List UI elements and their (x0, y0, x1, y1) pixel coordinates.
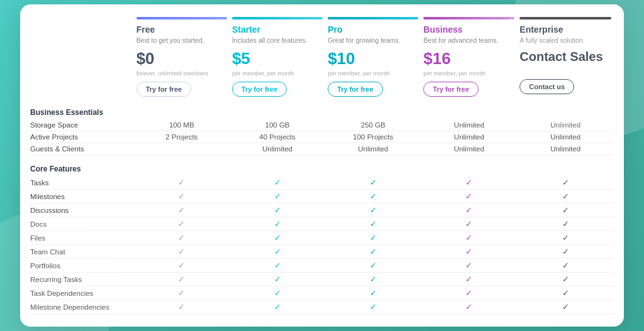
plan-header-pro: Pro Great for growing teams. $10 per mem… (325, 17, 421, 102)
check-icon: ✓ (178, 247, 185, 256)
cell-business: Unlimited (421, 143, 517, 155)
check-icon: ✓ (465, 247, 472, 256)
check-icon: ✓ (178, 192, 185, 201)
pro-price-sub: per member, per month (328, 70, 418, 77)
feature-label: Milestone Dependencies (30, 300, 134, 314)
cell-enterprise: Unlimited (517, 131, 614, 143)
check-icon: ✓ (370, 288, 377, 298)
cell-enterprise: ✓ (517, 203, 614, 217)
check-icon: ✓ (370, 233, 377, 242)
cell-free: 100 MB (134, 119, 230, 131)
cell-enterprise: ✓ (517, 231, 614, 245)
cell-pro: ✓ (325, 217, 421, 231)
enterprise-plan-desc: A fully scaled solution. (519, 36, 611, 44)
table-row: Task Dependencies✓✓✓✓✓ (30, 286, 614, 300)
check-icon: ✓ (370, 205, 377, 215)
cell-business: ✓ (421, 203, 517, 217)
table-row: Storage Space100 MB100 GB250 GBUnlimited… (30, 119, 614, 131)
free-try-button[interactable]: Try for free (136, 82, 191, 97)
check-icon: ✓ (465, 219, 472, 229)
check-icon: ✓ (465, 233, 472, 242)
cell-enterprise: ✓ (517, 217, 614, 231)
check-icon: ✓ (562, 192, 569, 201)
feature-label: Files (30, 231, 134, 245)
feature-label: Storage Space (30, 119, 134, 131)
cell-starter: ✓ (230, 190, 325, 203)
free-price: $0 (136, 49, 227, 68)
free-plan-name: Free (136, 24, 227, 35)
check-icon: ✓ (465, 205, 472, 215)
pro-bar (328, 17, 418, 19)
check-icon: ✓ (370, 274, 377, 284)
table-row: Docs✓✓✓✓✓ (30, 217, 614, 231)
plan-header-business: Business Best for advanced teams. $16 pe… (421, 17, 517, 102)
cell-enterprise: ✓ (517, 286, 614, 300)
cell-starter: ✓ (230, 300, 325, 314)
check-icon: ✓ (562, 205, 569, 215)
check-icon: ✓ (562, 219, 569, 229)
cell-starter: ✓ (230, 217, 325, 231)
starter-price-sub: per member, per month (232, 70, 323, 77)
section-business-essentials: Business Essentials (30, 102, 614, 119)
cell-enterprise: ✓ (517, 190, 614, 203)
cell-starter: ✓ (230, 286, 325, 300)
enterprise-contact-button[interactable]: Contact us (519, 79, 574, 94)
cell-free: ✓ (134, 286, 230, 300)
table-row: Guests & ClientsUnlimitedUnlimitedUnlimi… (30, 143, 614, 155)
starter-try-button[interactable]: Try for free (232, 82, 287, 97)
business-plan-desc: Best for advanced teams. (423, 36, 514, 44)
cell-free: 2 Projects (134, 131, 230, 143)
table-row: Discussions✓✓✓✓✓ (30, 203, 614, 217)
pro-try-button[interactable]: Try for free (328, 82, 382, 97)
free-bar (136, 17, 227, 19)
check-icon: ✓ (370, 247, 377, 256)
feature-label: Guests & Clients (30, 143, 134, 155)
feature-label: Tasks (30, 176, 134, 190)
check-icon: ✓ (562, 302, 569, 312)
plan-header-enterprise: Enterprise A fully scaled solution. Cont… (517, 17, 614, 102)
cell-pro: ✓ (325, 190, 421, 203)
check-icon: ✓ (562, 247, 569, 256)
cell-pro: ✓ (325, 273, 421, 286)
cell-enterprise: ✓ (517, 273, 614, 286)
table-row: Recurring Tasks✓✓✓✓✓ (30, 273, 614, 286)
table-row: Portfolios✓✓✓✓✓ (30, 259, 614, 273)
check-icon: ✓ (465, 192, 472, 201)
cell-pro: ✓ (325, 203, 421, 217)
check-icon: ✓ (370, 261, 377, 270)
cell-business: ✓ (421, 286, 517, 300)
feature-label: Docs (30, 217, 134, 231)
cell-enterprise: ✓ (517, 259, 614, 273)
cell-pro: 250 GB (325, 119, 421, 131)
check-icon: ✓ (370, 192, 377, 201)
starter-plan-desc: Includes all core features. (232, 36, 323, 44)
feature-label: Discussions (30, 203, 134, 217)
cell-business: Unlimited (421, 119, 517, 131)
cell-starter: ✓ (230, 273, 325, 286)
check-icon: ✓ (274, 274, 281, 284)
feature-col-header (30, 17, 134, 102)
business-price-sub: per member, per month (423, 70, 514, 77)
cell-free: ✓ (134, 203, 230, 217)
cell-pro: ✓ (325, 286, 421, 300)
business-try-button[interactable]: Try for free (423, 82, 478, 97)
check-icon: ✓ (274, 219, 281, 229)
business-price: $16 (423, 49, 514, 68)
table-row: Tasks✓✓✓✓✓ (30, 176, 614, 190)
check-icon: ✓ (562, 261, 569, 270)
check-icon: ✓ (178, 219, 185, 229)
check-icon: ✓ (274, 302, 281, 312)
free-plan-desc: Best to get you started. (136, 36, 227, 44)
feature-label: Active Projects (30, 131, 134, 143)
cell-starter: 40 Projects (230, 131, 325, 143)
cell-starter: Unlimited (230, 143, 325, 155)
feature-label: Portfolios (30, 259, 134, 273)
cell-business: ✓ (421, 259, 517, 273)
cell-enterprise: ✓ (517, 300, 614, 314)
check-icon: ✓ (274, 261, 281, 270)
free-price-sub: forever, unlimited members (136, 70, 227, 77)
check-icon: ✓ (178, 178, 185, 187)
check-icon: ✓ (370, 302, 377, 312)
cell-business: ✓ (421, 245, 517, 259)
cell-business: ✓ (421, 190, 517, 203)
